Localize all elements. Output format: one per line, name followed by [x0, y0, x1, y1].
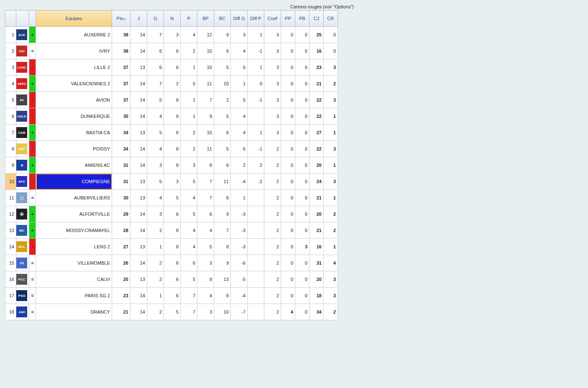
- col-pb[interactable]: PB: [295, 10, 309, 27]
- table-row[interactable]: 11◯=AUBERVILLIERS3013454761200211: [5, 190, 338, 206]
- table-row[interactable]: 12⚽+ALFORTVILLE291436569-3200202: [5, 206, 338, 222]
- cell-rank[interactable]: 1: [5, 27, 16, 43]
- cell-g: 7: [147, 76, 164, 92]
- table-row[interactable]: 7CAB+BASTIA CA341356210641300271: [5, 125, 338, 141]
- cell-rank[interactable]: 9: [5, 157, 16, 174]
- table-row[interactable]: 9★+AMIENS AC31143838622200201: [5, 157, 338, 174]
- col-trend[interactable]: [29, 10, 36, 27]
- cell-n: 8: [164, 141, 181, 157]
- cell-team[interactable]: LENS 2: [36, 239, 112, 255]
- cell-coef: 3: [264, 76, 281, 92]
- table-row[interactable]: 17PSG=PARIS SG 2231416748-4200183: [5, 288, 338, 304]
- col-bp[interactable]: BP: [197, 10, 214, 27]
- table-row[interactable]: 13MC+MOISSY-CRAMAYEL281428447-3200212: [5, 222, 338, 239]
- col-cj[interactable]: CJ: [309, 10, 324, 27]
- table-row[interactable]: 15VS=VILLEMOMBLE261426639-6200314: [5, 255, 338, 271]
- cell-rank[interactable]: 12: [5, 206, 16, 222]
- col-pp[interactable]: PP: [281, 10, 295, 27]
- cell-team[interactable]: AVION: [36, 92, 112, 108]
- cell-team[interactable]: LILLE 2: [36, 59, 112, 76]
- cell-rank[interactable]: 8: [5, 141, 16, 157]
- cell-bp: 10: [197, 43, 214, 59]
- cell-rank[interactable]: 15: [5, 255, 16, 271]
- cell-team[interactable]: ALFORTVILLE: [36, 206, 112, 222]
- cell-bc: 9: [214, 255, 231, 271]
- cell-cr: 3: [324, 92, 338, 108]
- col-j[interactable]: J: [130, 10, 147, 27]
- cell-cr: 3: [324, 288, 338, 304]
- cell-cr: 3: [324, 174, 338, 190]
- cell-p: 3: [181, 157, 197, 174]
- col-p[interactable]: P: [181, 10, 197, 27]
- col-diffg[interactable]: Diff G: [231, 10, 248, 27]
- cell-team[interactable]: DUNKERQUE: [36, 108, 112, 125]
- table-row[interactable]: 8ASP-POISSY34144821156-1200223: [5, 141, 338, 157]
- cell-team[interactable]: AMIENS AC: [36, 157, 112, 174]
- cell-rank[interactable]: 5: [5, 92, 16, 108]
- cell-team[interactable]: VALENCIENNES 2: [36, 76, 112, 92]
- cell-team[interactable]: BASTIA CA: [36, 125, 112, 141]
- col-bc[interactable]: BC: [214, 10, 231, 27]
- cell-rank[interactable]: 16: [5, 271, 16, 288]
- table-row[interactable]: 16FCC=CALVI2513265813-5200203: [5, 271, 338, 288]
- cell-pb: 0: [295, 43, 309, 59]
- cell-coef: 2: [264, 271, 281, 288]
- table-row[interactable]: 1AJA+AUXERRE 2381473412931300250: [5, 27, 338, 43]
- cell-rank[interactable]: 6: [5, 108, 16, 125]
- trend-icon: -: [29, 239, 36, 255]
- cell-rank[interactable]: 14: [5, 239, 16, 255]
- trend-icon: -: [29, 108, 36, 125]
- cell-team[interactable]: IVRY: [36, 43, 112, 59]
- col-diffp[interactable]: Diff P: [248, 10, 264, 27]
- cell-team[interactable]: AUBERVILLIERS: [36, 190, 112, 206]
- cell-pts: 27: [112, 239, 130, 255]
- col-coef[interactable]: Coef: [264, 10, 281, 27]
- cell-pts: 31: [112, 174, 130, 190]
- table-row[interactable]: 18JAD=DRANCY2114257310-7240342: [5, 304, 338, 320]
- cell-pp: 0: [281, 190, 295, 206]
- cell-cr: 2: [324, 304, 338, 320]
- cell-team[interactable]: POISSY: [36, 141, 112, 157]
- cell-n: 6: [164, 288, 181, 304]
- col-cr[interactable]: CR: [324, 10, 338, 27]
- cell-cr: 3: [324, 271, 338, 288]
- cell-rank[interactable]: 3: [5, 59, 16, 76]
- col-n[interactable]: N: [164, 10, 181, 27]
- cell-bc: 8: [214, 288, 231, 304]
- cell-pts: 34: [112, 125, 130, 141]
- cell-rank[interactable]: 2: [5, 43, 16, 59]
- cell-rank[interactable]: 17: [5, 288, 16, 304]
- cell-team[interactable]: VILLEMOMBLE: [36, 255, 112, 271]
- cell-diffg: 1: [231, 190, 248, 206]
- cell-p: 5: [181, 76, 197, 92]
- table-row[interactable]: 3LOSC-LILLE 2371366110551300233: [5, 59, 338, 76]
- col-logo[interactable]: [16, 10, 29, 27]
- team-logo-icon: RCL: [16, 241, 27, 252]
- cell-team[interactable]: COMPIEGNE: [36, 174, 112, 190]
- cell-rank[interactable]: 4: [5, 76, 16, 92]
- table-row[interactable]: 6USLD-DUNKERQUE3514491954300221: [5, 108, 338, 125]
- table-row[interactable]: 5AV-AVION3714581725-1300223: [5, 92, 338, 108]
- cell-logo: USLD: [16, 108, 29, 125]
- cell-team[interactable]: MOISSY-CRAMAYEL: [36, 222, 112, 239]
- table-row[interactable]: 10AFC-COMPIEGNE3113535711-4-2200243: [5, 174, 338, 190]
- table-row[interactable]: 14RCL-LENS 2271318458-3203161: [5, 239, 338, 255]
- table-row[interactable]: 2USI=IVRY38146621064-1300160: [5, 43, 338, 59]
- cell-rank[interactable]: 7: [5, 125, 16, 141]
- cell-diffg: 5: [231, 92, 248, 108]
- col-g[interactable]: G: [147, 10, 164, 27]
- cell-rank[interactable]: 11: [5, 190, 16, 206]
- cell-team[interactable]: CALVI: [36, 271, 112, 288]
- cell-rank[interactable]: 18: [5, 304, 16, 320]
- col-team[interactable]: Equipes: [36, 10, 112, 27]
- cell-team[interactable]: PARIS SG 2: [36, 288, 112, 304]
- cell-cr: 2: [324, 222, 338, 239]
- col-pts[interactable]: Pts▾: [112, 10, 130, 27]
- cell-rank[interactable]: 10: [5, 174, 16, 190]
- col-rank[interactable]: [5, 10, 16, 27]
- cell-rank[interactable]: 13: [5, 222, 16, 239]
- cell-team[interactable]: DRANCY: [36, 304, 112, 320]
- cell-team[interactable]: AUXERRE 2: [36, 27, 112, 43]
- cell-p: 7: [181, 304, 197, 320]
- table-row[interactable]: 4VAFC+VALENCIENNES 23714725111010300212: [5, 76, 338, 92]
